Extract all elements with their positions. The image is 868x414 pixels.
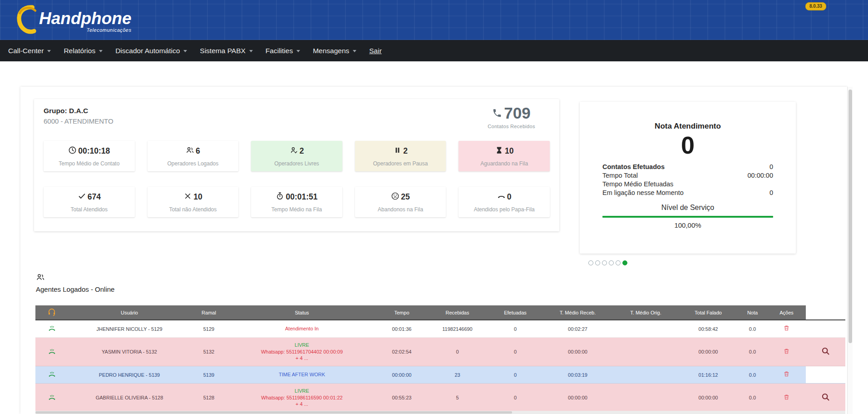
headset-icon <box>47 308 56 318</box>
agent-search-cell <box>806 320 845 337</box>
agent-search-cell <box>806 338 845 366</box>
carousel-dot-2[interactable] <box>595 260 600 265</box>
carousel-dot-4[interactable] <box>609 260 614 265</box>
delete-agent-button[interactable] <box>783 324 790 333</box>
agent-t-medio-receb-cell: 00:00:00 <box>542 384 613 412</box>
header-cell-status: Status <box>227 305 377 319</box>
stat-value-row: 10 <box>495 146 513 157</box>
vertical-scrollbar[interactable] <box>847 87 853 414</box>
stat-label: Tempo Médio de Contato <box>59 160 119 167</box>
chevron-down-icon <box>249 50 253 52</box>
group-subtitle: 6000 - ATENDIMENTO <box>44 117 113 125</box>
agent-user-cell: GABRIELLE OLIVEIRA - 5128 <box>68 384 191 412</box>
agent-search-cell <box>806 366 845 383</box>
x-icon <box>183 192 192 203</box>
agent-ramal-cell: 5128 <box>191 384 227 412</box>
stat-card-tempo-medio-na-fila: 00:01:51Tempo Médio na Fila <box>251 187 342 217</box>
nav-item-discador-automatico[interactable]: Discador Automático <box>115 47 187 55</box>
agent-nota-cell: 0.0 <box>738 384 767 412</box>
column-label: Total Falado <box>695 310 722 315</box>
nota-stat-label: Tempo Médio Efetuadas <box>602 180 673 189</box>
nav-item-sistema-pabx[interactable]: Sistema PABX <box>200 47 253 55</box>
chevron-down-icon <box>296 50 300 52</box>
agent-tempo-cell: 00:55:23 <box>377 384 427 412</box>
nav-item-facilities[interactable]: Facilities <box>266 47 300 55</box>
chevron-down-icon <box>99 50 103 52</box>
agent-tempo-cell: 00:00:00 <box>377 366 427 383</box>
stat-value: 0 <box>507 192 512 202</box>
agent-row: GABRIELLE OLIVEIRA - 51285128LIVREWhatsa… <box>35 384 845 412</box>
delete-agent-button[interactable] <box>783 370 790 379</box>
nav-item-label: Facilities <box>266 47 293 55</box>
carousel-dot-3[interactable] <box>602 260 607 265</box>
carousel-dot-5[interactable] <box>616 260 621 265</box>
agent-efetuadas: 0 <box>514 349 517 354</box>
carousel-dot-1[interactable] <box>588 260 593 265</box>
horizontal-scrollbar-thumb[interactable] <box>35 411 512 414</box>
header-cell-nota: Nota <box>738 305 767 319</box>
header-cell-tempo: Tempo <box>377 305 427 319</box>
stat-value: 2 <box>300 146 304 156</box>
agent-user: PEDRO HENRIQUE - 5139 <box>99 372 160 378</box>
agent-row-icon-cell <box>35 366 68 383</box>
stat-label: Operadores Logados <box>168 160 219 167</box>
trash-icon <box>783 324 790 333</box>
agent-t-medio-receb-cell: 00:02:27 <box>542 320 613 337</box>
agent-user-cell: PEDRO HENRIQUE - 5139 <box>68 366 191 383</box>
agent-efetuadas-cell: 0 <box>488 384 542 412</box>
nav-item-mensagens[interactable]: Mensagens <box>313 47 356 55</box>
nota-panel: Nota Atendimento 0 Contatos Efetuados0Te… <box>580 102 796 254</box>
group-title: Grupo: D.A.C <box>44 107 113 115</box>
nav-item-label: Call-Center <box>8 47 44 55</box>
inspect-agent-button[interactable] <box>821 392 830 403</box>
agent-recebidas: 5 <box>456 395 459 400</box>
agent-tempo: 02:02:54 <box>392 349 412 354</box>
agent-t-medio-receb-cell: 00:03:19 <box>542 366 613 383</box>
stat-value-row: 6 <box>186 146 200 157</box>
service-level-bar <box>602 216 773 218</box>
agents-section-header: Agentes Logados - Online <box>36 273 114 293</box>
stat-value: 10 <box>505 146 513 156</box>
nav-item-relatorios[interactable]: Relatórios <box>64 47 103 55</box>
stats-grid: 00:10:18Tempo Médio de Contato6Operadore… <box>44 141 550 217</box>
delete-agent-button[interactable] <box>783 394 790 402</box>
nota-stat-row: Em ligação nesse Momento0 <box>602 189 773 197</box>
agent-ramal-cell: 5139 <box>191 366 227 383</box>
agent-t-medio-orig-cell <box>613 338 679 366</box>
agent-ramal-cell: 5129 <box>191 320 227 337</box>
delete-agent-button[interactable] <box>783 348 790 356</box>
agent-t-medio-receb: 00:02:27 <box>568 326 587 332</box>
agent-efetuadas: 0 <box>514 326 517 332</box>
stat-label: Operadores Livres <box>274 160 319 167</box>
agent-t-medio-receb-cell: 00:00:00 <box>542 338 613 366</box>
agent-ramal: 5128 <box>203 395 214 400</box>
agent-status-line: LIVRE <box>295 388 309 394</box>
vertical-scrollbar-thumb[interactable] <box>848 90 852 343</box>
stat-value: 10 <box>193 192 202 202</box>
logo-swoosh-icon <box>15 4 41 36</box>
stat-card-operadores-livres: 2Operadores Livres <box>251 141 342 171</box>
carousel-dot-6[interactable] <box>622 260 627 265</box>
agent-nota-cell: 0.0 <box>738 366 767 383</box>
agent-user-cell: JHENNIFER NICOLLY - 5129 <box>68 320 191 337</box>
agent-efetuadas-cell: 0 <box>488 366 542 383</box>
brand-subtitle: Telecomunicações <box>39 27 131 33</box>
horizontal-scrollbar[interactable] <box>35 411 845 414</box>
agent-status-line: Atendimento In <box>285 325 319 332</box>
contacts-received-label: Contatos Recebidos <box>472 124 551 129</box>
nota-score: 0 <box>602 132 773 158</box>
nav-item-sair[interactable]: Sair <box>369 47 382 55</box>
stat-label: Operadores em Pausa <box>373 160 428 167</box>
agent-t-medio-receb: 00:00:00 <box>568 395 587 400</box>
agent-actions-cell <box>767 384 806 412</box>
trash-icon <box>783 348 790 356</box>
agent-tempo: 00:55:23 <box>392 395 412 400</box>
agent-recebidas-cell: 0 <box>427 338 488 366</box>
stat-value-row: 00:10:18 <box>68 146 110 157</box>
clock-icon <box>68 146 77 157</box>
agent-status-cell: Atendimento In <box>227 320 377 337</box>
agent-tempo: 00:01:36 <box>392 326 412 332</box>
nav-item-call-center[interactable]: Call-Center <box>8 47 51 55</box>
inspect-agent-button[interactable] <box>821 346 830 357</box>
agent-tempo-cell: 02:02:54 <box>377 338 427 366</box>
